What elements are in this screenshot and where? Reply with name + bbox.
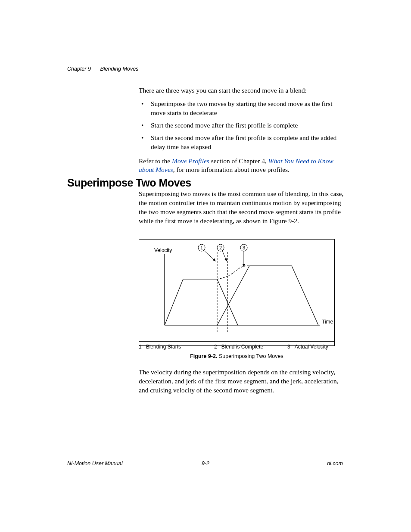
caption-bold: Figure 9-2. (190, 353, 219, 359)
refer-paragraph: Refer to the Move Profiles section of Ch… (139, 157, 345, 175)
legend-text: Actual Velocity (295, 344, 328, 350)
legend-num: 1 (139, 344, 142, 350)
figure-caption: Figure 9-2. Superimposing Two Moves (139, 353, 335, 359)
section-body: Superimposing two moves is the most comm… (139, 190, 345, 226)
callout-2-num: 2 (219, 245, 222, 250)
callout-1-num: 1 (200, 245, 203, 250)
bullet-item: Superimpose the two moves by starting th… (139, 100, 345, 118)
caption-text: Superimposing Two Moves (219, 353, 283, 359)
y-axis-label: Velocity (154, 247, 172, 253)
section-body-block: Superimposing two moves is the most comm… (139, 190, 345, 230)
legend-item: 1 Blending Starts (139, 344, 214, 350)
x-axis-label: Time (322, 319, 333, 325)
page-header: Chapter 9 Blending Moves (67, 66, 138, 72)
after-figure-block: The velocity during the superimposition … (139, 368, 345, 399)
footer-center: 9-2 (0, 460, 411, 467)
bullet-item: Start the second move after the first pr… (139, 121, 345, 130)
chapter-number: Chapter 9 (67, 66, 91, 72)
callout-3-num: 3 (243, 245, 245, 250)
after-figure-text: The velocity during the superimposition … (139, 368, 345, 395)
section-heading: Superimpose Two Moves (67, 177, 191, 189)
legend-item: 3 Actual Velocity (287, 344, 328, 350)
legend-num: 3 (287, 344, 290, 350)
legend-item: 2 Blend is Complete (214, 344, 287, 350)
svg-line-8 (222, 251, 227, 261)
legend-text: Blend is Complete (221, 344, 263, 350)
figure-diagram: 1 2 3 Velocity Time (139, 239, 335, 346)
svg-line-7 (204, 250, 215, 261)
refer-post: , for more information about move profil… (173, 166, 290, 173)
move-profiles-link[interactable]: Move Profiles (172, 157, 209, 165)
bullet-item: Start the second move after the first pr… (139, 134, 345, 152)
intro-block: There are three ways you can start the s… (139, 86, 345, 179)
intro-bullets: Superimpose the two moves by starting th… (139, 100, 345, 152)
footer-right: ni.com (327, 460, 343, 467)
legend-num: 2 (214, 344, 217, 350)
refer-pre: Refer to the (139, 157, 172, 165)
refer-mid: section of Chapter 4, (209, 157, 268, 165)
intro-lead: There are three ways you can start the s… (139, 86, 345, 95)
figure-legend: 1 Blending Starts 2 Blend is Complete 3 … (139, 341, 335, 350)
chapter-title: Blending Moves (100, 66, 138, 72)
legend-text: Blending Starts (146, 344, 181, 350)
